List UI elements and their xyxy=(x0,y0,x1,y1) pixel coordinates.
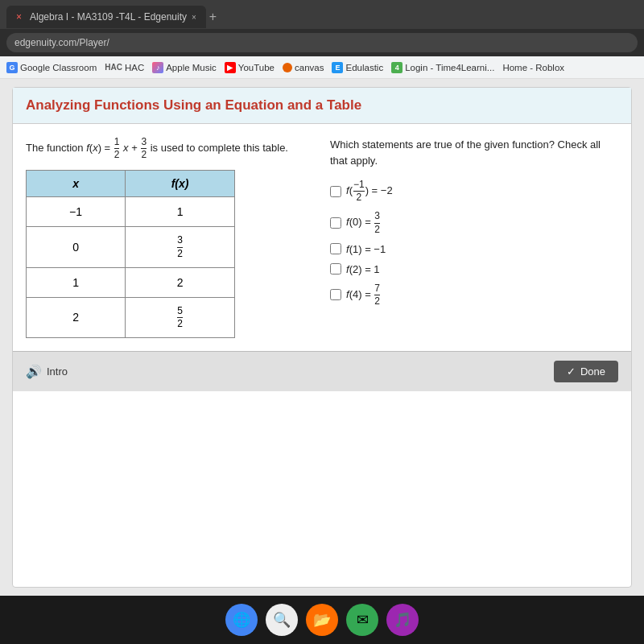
fx-value-2: 32 xyxy=(126,227,235,267)
statement-list: f(−12) = −2 f(0) = 32 f(1) = −1 xyxy=(330,180,618,307)
left-panel: The function f(x) = 12 x + 32 is used to… xyxy=(26,137,314,338)
statement-item-5: f(4) = 72 xyxy=(330,283,618,307)
bookmark-google-classroom[interactable]: G Google Classroom xyxy=(6,62,97,73)
bookmark-canvas[interactable]: canvas xyxy=(283,63,324,72)
statement-label-1: f(−12) = −2 xyxy=(346,180,393,203)
tab-close-x-icon: × xyxy=(16,11,22,23)
bookmark-youtube-label: YouTube xyxy=(238,63,275,72)
lesson-bottom-bar: 🔊 Intro ✓ Done xyxy=(13,351,631,391)
taskbar: 🌐 🔍 📂 ✉ 🎵 xyxy=(0,596,644,644)
bookmark-apple-label: Apple Music xyxy=(166,63,217,72)
address-text: edgenuity.com/Player/ xyxy=(14,37,109,48)
taskbar-icon-1[interactable]: 🌐 xyxy=(225,604,258,636)
done-checkmark-icon: ✓ xyxy=(567,365,576,378)
statement-item-1: f(−12) = −2 xyxy=(330,180,618,203)
lesson-title: Analyzing Functions Using an Equation an… xyxy=(13,88,631,124)
bookmark-roblox-label: Home - Roblox xyxy=(502,63,564,72)
bookmarks-bar: G Google Classroom HAC HAC ♪ Apple Music… xyxy=(0,56,644,79)
new-tab-button[interactable]: + xyxy=(209,10,217,24)
hac-label-prefix: HAC xyxy=(105,63,122,72)
tab-close-button[interactable]: × xyxy=(192,13,196,22)
bookmark-apple-music[interactable]: ♪ Apple Music xyxy=(152,62,217,73)
time4learn-icon: 4 xyxy=(391,62,402,73)
statement-label-4: f(2) = 1 xyxy=(346,263,380,275)
function-table: x f(x) −1 1 0 32 xyxy=(26,170,235,338)
taskbar-icon-4[interactable]: ✉ xyxy=(346,604,378,636)
x-value-1: −1 xyxy=(27,197,126,227)
function-description: The function f(x) = 12 x + 32 is used to… xyxy=(26,137,314,160)
bookmark-roblox[interactable]: Home - Roblox xyxy=(502,63,564,72)
edulastic-icon: E xyxy=(332,62,343,73)
statement-item-3: f(1) = −1 xyxy=(330,243,618,255)
bookmark-edulastic-label: Edulastic xyxy=(345,63,383,72)
fx-value-4: 52 xyxy=(126,297,235,337)
checkbox-s3[interactable] xyxy=(330,243,341,254)
right-panel: Which statements are true of the given f… xyxy=(330,137,618,338)
bookmark-google-label: Google Classroom xyxy=(20,63,97,72)
bookmark-edulastic[interactable]: E Edulastic xyxy=(332,62,383,73)
statement-item-2: f(0) = 32 xyxy=(330,211,618,234)
x-value-2: 0 xyxy=(27,227,126,267)
done-label: Done xyxy=(580,365,605,378)
lesson-body: The function f(x) = 12 x + 32 is used to… xyxy=(13,124,631,351)
youtube-icon: ▶ xyxy=(225,62,236,73)
fx-value-3: 2 xyxy=(126,267,235,297)
content-area: Analyzing Functions Using an Equation an… xyxy=(0,79,644,596)
canvas-icon xyxy=(283,63,292,72)
tab-title: Algebra I - MA3109 -T4L - Edgenuity xyxy=(30,11,187,23)
fx-value-1: 1 xyxy=(126,197,235,227)
bookmark-hac-label: HAC xyxy=(125,63,144,72)
lesson-container: Analyzing Functions Using an Equation an… xyxy=(12,87,632,588)
col-header-x: x xyxy=(27,171,126,197)
bookmark-time4learn-label: Login - Time4Learni... xyxy=(405,63,494,72)
col-header-fx: f(x) xyxy=(126,171,235,197)
bookmark-youtube[interactable]: ▶ YouTube xyxy=(225,62,275,73)
checkbox-s1[interactable] xyxy=(330,186,341,197)
google-classroom-icon: G xyxy=(6,62,18,73)
x-value-3: 1 xyxy=(27,267,126,297)
active-tab[interactable]: × Algebra I - MA3109 -T4L - Edgenuity × xyxy=(6,6,206,28)
bookmark-canvas-label: canvas xyxy=(295,63,324,72)
taskbar-icon-3[interactable]: 📂 xyxy=(306,604,338,636)
statement-label-2: f(0) = 32 xyxy=(346,211,381,234)
x-value-4: 2 xyxy=(27,297,126,337)
speaker-icon: 🔊 xyxy=(26,364,42,379)
table-row: 2 52 xyxy=(27,297,235,337)
table-row: −1 1 xyxy=(27,197,235,227)
right-question: Which statements are true of the given f… xyxy=(330,137,618,168)
checkbox-s5[interactable] xyxy=(330,289,341,300)
intro-label: Intro xyxy=(47,365,68,378)
apple-music-icon: ♪ xyxy=(152,62,163,73)
intro-button[interactable]: 🔊 Intro xyxy=(26,364,68,379)
taskbar-icon-5[interactable]: 🎵 xyxy=(386,604,419,636)
table-row: 0 32 xyxy=(27,227,235,267)
browser-chrome: × Algebra I - MA3109 -T4L - Edgenuity × … xyxy=(0,0,644,79)
taskbar-icon-2[interactable]: 🔍 xyxy=(266,604,298,636)
done-button[interactable]: ✓ Done xyxy=(554,361,618,382)
statement-label-5: f(4) = 72 xyxy=(346,283,381,307)
checkbox-s2[interactable] xyxy=(330,217,341,229)
bookmark-hac[interactable]: HAC HAC xyxy=(105,63,144,72)
tab-bar: × Algebra I - MA3109 -T4L - Edgenuity × … xyxy=(0,0,644,29)
address-bar[interactable]: edgenuity.com/Player/ xyxy=(6,33,638,52)
address-bar-row: edgenuity.com/Player/ xyxy=(0,29,644,56)
statement-item-4: f(2) = 1 xyxy=(330,263,618,275)
checkbox-s4[interactable] xyxy=(330,263,341,275)
bookmark-time4learn[interactable]: 4 Login - Time4Learni... xyxy=(391,62,494,73)
statement-label-3: f(1) = −1 xyxy=(346,243,386,255)
table-row: 1 2 xyxy=(27,267,235,297)
